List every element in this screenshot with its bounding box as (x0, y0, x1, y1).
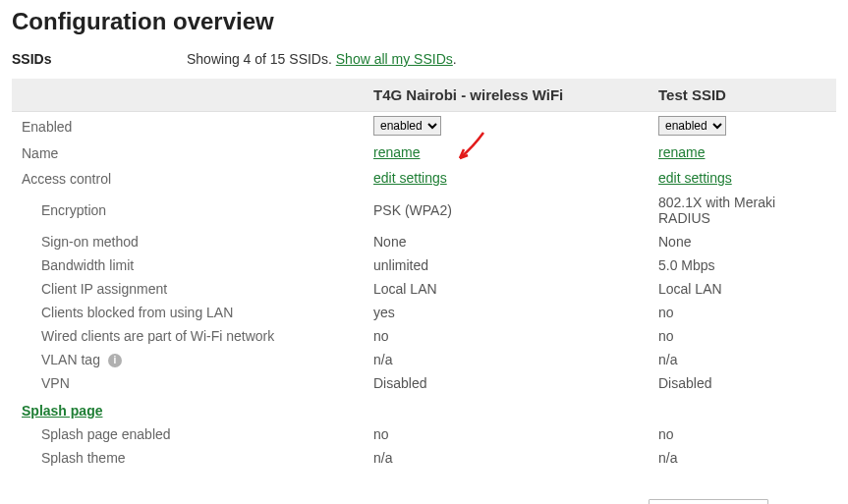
row-clients-blocked: Clients blocked from using LAN yes no (12, 301, 836, 324)
row-enabled: Enabled enabled enabled (12, 112, 836, 140)
showing-text: Showing 4 of 15 SSIDs. Show all my SSIDs… (187, 51, 457, 67)
val-wired-clients-1: no (364, 324, 649, 348)
label-enabled: Enabled (12, 112, 364, 140)
label-client-ip: Client IP assignment (12, 277, 364, 301)
row-access-control: Access control edit settings edit settin… (12, 165, 836, 191)
row-bandwidth: Bandwidth limit unlimited 5.0 Mbps (12, 253, 836, 277)
label-encryption: Encryption (12, 191, 364, 230)
header-ssid-1: T4G Nairobi - wireless WiFi (364, 79, 649, 112)
val-wired-clients-2: no (649, 324, 836, 348)
label-name: Name (12, 140, 364, 165)
label-clients-blocked: Clients blocked from using LAN (12, 301, 364, 324)
val-clients-blocked-2: no (649, 301, 836, 324)
val-clients-blocked-1: yes (364, 301, 649, 324)
label-vlan-tag: VLAN tag i (12, 348, 364, 371)
row-client-ip: Client IP assignment Local LAN Local LAN (12, 277, 836, 301)
footer: Save Changes or cancel (Please allow 1-2… (12, 499, 836, 504)
val-vpn-2: Disabled (649, 371, 836, 395)
row-name: Name rename rename (12, 140, 836, 165)
val-vpn-1: Disabled (364, 371, 649, 395)
val-splash-enabled-2: no (649, 422, 836, 446)
val-vlan-tag-1: n/a (364, 348, 649, 371)
val-splash-theme-1: n/a (364, 446, 649, 470)
row-vlan-tag: VLAN tag i n/a n/a (12, 348, 836, 371)
label-wired-clients: Wired clients are part of Wi-Fi network (12, 324, 364, 348)
label-access-control: Access control (12, 165, 364, 191)
edit-settings-link-1[interactable]: edit settings (373, 170, 447, 186)
enabled-select-2[interactable]: enabled (658, 116, 726, 136)
val-client-ip-2: Local LAN (649, 277, 836, 301)
row-vpn: VPN Disabled Disabled (12, 371, 836, 395)
row-splash-page: Splash page (12, 395, 836, 422)
row-wired-clients: Wired clients are part of Wi-Fi network … (12, 324, 836, 348)
header-blank (12, 79, 364, 112)
edit-settings-link-2[interactable]: edit settings (658, 170, 732, 186)
enabled-select-1[interactable]: enabled (373, 116, 441, 136)
val-splash-theme-2: n/a (649, 446, 836, 470)
ssids-label: SSIDs (12, 51, 187, 67)
val-encryption-1: PSK (WPA2) (364, 191, 649, 230)
show-all-ssids-link[interactable]: Show all my SSIDs (336, 51, 453, 67)
save-button[interactable]: Save Changes (649, 499, 768, 504)
label-splash-page: Splash page (12, 395, 364, 422)
val-sign-on-1: None (364, 230, 649, 253)
label-bandwidth: Bandwidth limit (12, 253, 364, 277)
val-bandwidth-2: 5.0 Mbps (649, 253, 836, 277)
row-sign-on: Sign-on method None None (12, 230, 836, 253)
config-table: T4G Nairobi - wireless WiFi Test SSID En… (12, 79, 836, 470)
val-encryption-2: 802.1X with Meraki RADIUS (649, 191, 836, 230)
header-ssid-2: Test SSID (649, 79, 836, 112)
row-splash-enabled: Splash page enabled no no (12, 422, 836, 446)
row-encryption: Encryption PSK (WPA2) 802.1X with Meraki… (12, 191, 836, 230)
ssid-summary-row: SSIDs Showing 4 of 15 SSIDs. Show all my… (12, 51, 836, 67)
val-bandwidth-1: unlimited (364, 253, 649, 277)
val-vlan-tag-2: n/a (649, 348, 836, 371)
val-splash-enabled-1: no (364, 422, 649, 446)
label-splash-enabled: Splash page enabled (12, 422, 364, 446)
rename-link-1[interactable]: rename (373, 144, 420, 160)
val-sign-on-2: None (649, 230, 836, 253)
label-sign-on: Sign-on method (12, 230, 364, 253)
val-client-ip-1: Local LAN (364, 277, 649, 301)
info-icon[interactable]: i (108, 354, 122, 367)
row-splash-theme: Splash theme n/a n/a (12, 446, 836, 470)
splash-page-link[interactable]: Splash page (22, 403, 102, 419)
rename-link-2[interactable]: rename (658, 144, 705, 160)
label-splash-theme: Splash theme (12, 446, 364, 470)
page-title: Configuration overview (12, 8, 836, 35)
label-vpn: VPN (12, 371, 364, 395)
